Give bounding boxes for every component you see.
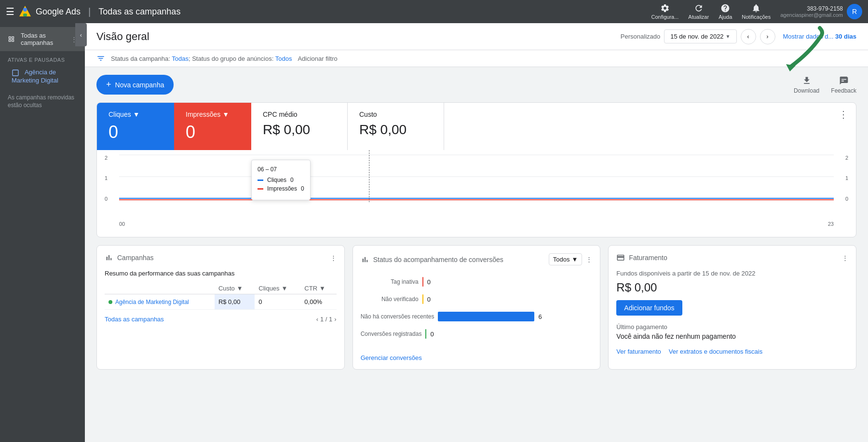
google-ads-logo-icon <box>18 5 32 18</box>
tooltip-date: 06 – 07 <box>258 166 304 173</box>
user-phone: 383-979-2158 <box>780 5 843 12</box>
view-billing-link[interactable]: Ver faturamento <box>616 348 661 355</box>
conv-bar-tag-inativa <box>422 277 423 287</box>
campaign-status-filter[interactable]: Todas <box>172 55 189 62</box>
conv-row-tag-inativa: Tag inativa 0 <box>361 277 593 287</box>
billing-fund-text: Fundos disponíveis a partir de 15 de nov… <box>616 270 848 277</box>
conv-label-sem-recentes: Não há conversões recentes <box>361 313 434 320</box>
chart-container: 2 1 0 2 1 0 <box>97 150 856 237</box>
show-data-link[interactable]: Mostrar dados d... 30 dias <box>783 33 856 40</box>
app-logo: Google Ads <box>18 5 81 18</box>
feedback-button[interactable]: Feedback <box>831 76 856 94</box>
view-extracts-link[interactable]: Ver extratos e documentos fiscais <box>669 348 762 355</box>
y-axis-right-0: 0 <box>845 196 848 202</box>
date-controls: Personalizado 15 de nov. de 2022 ▼ ‹ › M… <box>621 29 856 44</box>
main-content: Visão geral Personalizado 15 de nov. de … <box>85 23 868 442</box>
col-custo[interactable]: Custo ▼ <box>215 283 255 294</box>
notifications-action[interactable]: Notificações <box>742 3 771 20</box>
conversion-filter-value: Todos <box>553 256 570 263</box>
campaigns-card: Campanhas ⋮ Resumo da performance das su… <box>96 245 345 370</box>
campaigns-card-footer: Todas as campanhas ‹ 1 / 1 › <box>105 316 337 323</box>
billing-card-menu[interactable]: ⋮ <box>842 254 848 262</box>
metrics-menu-icon[interactable]: ⋮ <box>831 103 856 150</box>
col-ctr[interactable]: CTR ▼ <box>300 283 336 294</box>
chart-svg <box>119 150 834 218</box>
all-campaigns-link[interactable]: Todas as campanhas <box>105 316 164 323</box>
billing-last-value: Você ainda não fez nenhum pagamento <box>616 332 848 340</box>
col-cliques[interactable]: Cliques ▼ <box>255 283 300 294</box>
date-selector[interactable]: 15 de nov. de 2022 ▼ <box>664 29 736 43</box>
svg-point-1 <box>23 8 27 12</box>
user-email: agenciaspiner@gmail.com <box>780 12 843 18</box>
conv-bar-registradas <box>425 329 426 339</box>
custo-sort-icon: ▼ <box>237 285 243 292</box>
toolbar-right: Download Feedback <box>794 76 856 94</box>
billing-last-label: Último pagamento <box>616 323 848 331</box>
cliques-sort-icon: ▼ <box>282 285 288 292</box>
metrics-card: Cliques ▼ 0 Impressões ▼ 0 CPC méd <box>96 102 856 237</box>
date-value: 15 de nov. de 2022 <box>670 33 723 40</box>
date-next-button[interactable]: › <box>760 29 775 44</box>
conversion-card-menu[interactable]: ⋮ <box>586 256 592 263</box>
prev-page-icon[interactable]: ‹ <box>316 316 318 323</box>
conv-value-tag-inativa: 0 <box>427 278 437 286</box>
campaigns-chart-icon <box>105 253 113 262</box>
conversion-filter-dropdown[interactable]: Todos ▼ <box>549 253 583 265</box>
campaign-icon <box>12 69 19 77</box>
download-button[interactable]: Download <box>794 76 819 94</box>
metric-block-custo: Custo R$ 0,00 <box>348 103 444 150</box>
filter-status-text: Status da campanha: Todas; Status do gru… <box>111 55 292 62</box>
ctr-sort-icon: ▼ <box>319 285 326 292</box>
metric-block-cpc: CPC médio R$ 0,00 <box>251 103 348 150</box>
impressoes-label: Impressões ▼ <box>186 110 240 118</box>
manage-conversions-link[interactable]: Gerenciar conversões <box>361 354 422 361</box>
group-status-filter[interactable]: Todos <box>275 55 292 62</box>
campaigns-subtitle: Resumo da performance das suas campanhas <box>105 270 337 277</box>
refresh-action[interactable]: Atualizar <box>688 3 709 20</box>
sidebar: Todas as campanhas ⋮ Ativas e pausadas A… <box>0 23 85 442</box>
billing-card-header: Faturamento ⋮ <box>616 253 848 262</box>
impressoes-value: 0 <box>186 122 240 142</box>
tooltip-cliques-value: 0 <box>290 177 294 183</box>
conv-bar-wrap-registradas: 0 <box>425 329 592 339</box>
conv-label-registradas: Conversões registradas <box>361 331 422 337</box>
next-page-icon[interactable]: › <box>334 316 336 323</box>
campaigns-card-header: Campanhas ⋮ <box>105 253 337 262</box>
add-filter-button[interactable]: Adicionar filtro <box>298 55 337 62</box>
table-row: Agência de Marketing Digital R$ 0,00 0 0… <box>105 294 337 310</box>
conv-value-registradas: 0 <box>430 331 440 338</box>
tooltip-impressoes-value: 0 <box>301 185 304 192</box>
filter-icon <box>96 54 105 63</box>
campaign-ctr: 0,00% <box>300 294 336 310</box>
campaigns-card-menu[interactable]: ⋮ <box>330 254 337 262</box>
campaign-custo: R$ 0,00 <box>215 294 255 310</box>
page-title: Visão geral <box>96 30 621 43</box>
conversion-dropdown-arrow: ▼ <box>571 256 578 263</box>
sidebar-item-all-campaigns[interactable]: Todas as campanhas ⋮ <box>0 27 85 51</box>
nav-divider: | <box>88 6 91 17</box>
campaign-link[interactable]: Agência de Marketing Digital <box>115 299 189 305</box>
user-avatar[interactable]: R <box>847 4 862 19</box>
conv-label-nao-verificado: Não verificado <box>361 296 419 303</box>
campaigns-table: Custo ▼ Cliques ▼ <box>105 283 337 310</box>
tooltip-cliques-label: Cliques <box>267 177 286 183</box>
feedback-label: Feedback <box>831 87 856 94</box>
add-funds-button[interactable]: Adicionar fundos <box>616 300 682 316</box>
sidebar-collapse-button[interactable]: ‹ <box>75 23 87 46</box>
menu-icon[interactable]: ☰ <box>6 6 14 17</box>
cliques-dropdown-icon[interactable]: ▼ <box>133 110 140 118</box>
sidebar-item-campaign[interactable]: Agência de Marketing Digital <box>0 65 85 88</box>
nav-page-title: Todas as campanhas <box>98 7 180 17</box>
date-prev-button[interactable]: ‹ <box>741 29 756 44</box>
content-area: + Nova campanha Download Feedback <box>85 67 868 377</box>
x-label-start: 00 <box>119 221 125 227</box>
impressoes-dropdown-icon[interactable]: ▼ <box>222 110 229 118</box>
new-campaign-button[interactable]: + Nova campanha <box>96 75 174 95</box>
conv-row-registradas: Conversões registradas 0 <box>361 329 593 339</box>
conversion-card-header: Status do acompanhamento de conversões T… <box>361 253 593 265</box>
grid-icon <box>8 34 15 44</box>
settings-action[interactable]: Configura... <box>651 3 678 20</box>
app-name: Google Ads <box>36 7 81 17</box>
conv-bar-wrap-nao-verificado: 0 <box>422 294 593 304</box>
help-action[interactable]: Ajuda <box>719 3 732 20</box>
